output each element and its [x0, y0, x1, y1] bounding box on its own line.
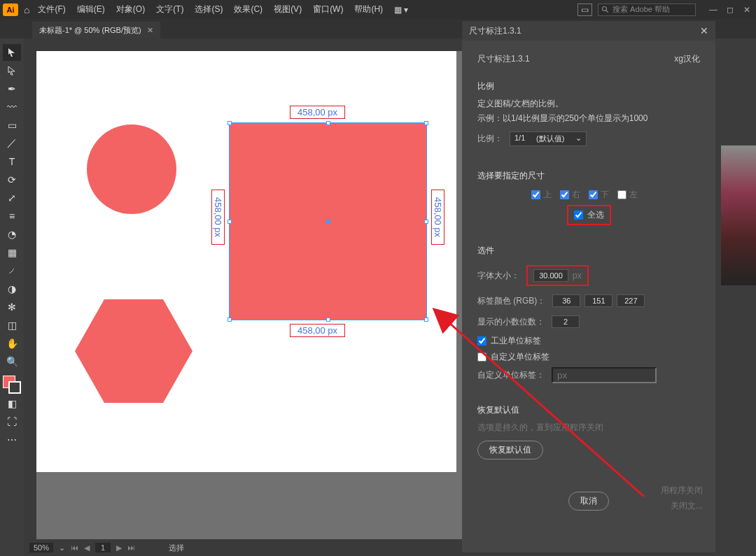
screen-mode-icon[interactable]: ⛶: [3, 413, 21, 430]
window-minimize[interactable]: —: [707, 5, 720, 15]
workspace-switcher-icon[interactable]: ▦ ▾: [394, 5, 408, 15]
chevron-down-icon: ⌄: [575, 134, 582, 144]
ruler-vertical: [24, 38, 36, 556]
menu-effect[interactable]: 效果(C): [234, 3, 262, 15]
search-icon: [601, 6, 610, 14]
menu-window[interactable]: 窗口(W): [313, 3, 343, 15]
edit-toolbar-icon[interactable]: ⋯: [3, 432, 21, 448]
width-tool[interactable]: ≡: [3, 208, 21, 224]
nav-prev-icon[interactable]: ◀: [84, 543, 90, 553]
shape-hexagon[interactable]: [75, 299, 192, 403]
select-all-label: 全选: [587, 209, 604, 221]
dim-right: 458,00 px: [431, 190, 444, 245]
menu-type[interactable]: 文字(T): [156, 3, 183, 15]
menu-object[interactable]: 对象(O): [116, 3, 145, 15]
nav-last-icon[interactable]: ⏭: [127, 543, 135, 552]
dim-left: 458,00 px: [211, 190, 225, 245]
menu-view[interactable]: 视图(V): [274, 3, 302, 15]
zoom-chevron-icon[interactable]: ⌄: [59, 543, 65, 553]
shape-circle[interactable]: [87, 124, 176, 214]
font-size-input[interactable]: [533, 269, 568, 282]
handle-tr[interactable]: [424, 121, 428, 125]
zoom-tool[interactable]: 🔍: [3, 353, 21, 370]
cancel-button[interactable]: 取消: [568, 492, 609, 511]
proportion-desc1: 定义图稿/文档的比例。: [477, 98, 700, 110]
rgb-r-input[interactable]: [552, 294, 580, 307]
rgb-b-input[interactable]: [617, 294, 645, 307]
font-size-highlight: px: [526, 265, 589, 286]
ghost-text-1: 用程序关闭: [661, 485, 703, 497]
select-all-highlight: 全选: [567, 205, 611, 225]
select-dim-heading: 选择要指定的尺寸: [477, 170, 700, 182]
help-search[interactable]: 搜索 Adobe 帮助: [598, 3, 696, 16]
handle-b[interactable]: [326, 318, 330, 322]
arrange-icon[interactable]: ▭: [578, 3, 592, 16]
nav-first-icon[interactable]: ⏮: [71, 543, 78, 552]
rotate-tool[interactable]: ⟳: [3, 171, 21, 188]
handle-br[interactable]: [424, 318, 428, 322]
eyedropper-tool[interactable]: ⟋: [3, 262, 21, 279]
blend-tool[interactable]: ◑: [3, 280, 21, 297]
ghost-text-2: 关闭文...: [671, 500, 703, 512]
menu-file[interactable]: 文件(F): [38, 3, 65, 15]
handle-l[interactable]: [227, 220, 232, 224]
stroke-swatch[interactable]: [8, 381, 21, 394]
nav-next-icon[interactable]: ▶: [116, 543, 122, 553]
tools-panel: ✒ 〰 ▭ ／ T ⟳ ⤢ ≡ ◔ ▦ ⟋ ◑ ✻ ◫ ✋ 🔍 ◧ ⛶ ⋯: [0, 38, 24, 556]
custom-unit-input[interactable]: [552, 367, 657, 383]
scale-tool[interactable]: ⤢: [3, 190, 21, 206]
proportion-dropdown[interactable]: 1/1 (默认值) ⌄: [510, 131, 587, 146]
document-tab[interactable]: 未标题-1* @ 50% (RGB/预览) ✕: [32, 22, 160, 38]
pen-tool[interactable]: ✒: [3, 80, 21, 97]
restore-defaults-button[interactable]: 恢复默认值: [477, 441, 543, 459]
draw-mode-icon[interactable]: ◧: [3, 395, 21, 412]
side-right-checkbox[interactable]: 右: [560, 189, 580, 201]
menu-bar: Ai ⌂ 文件(F) 编辑(E) 对象(O) 文字(T) 选择(S) 效果(C)…: [0, 0, 756, 19]
dialog-titlebar[interactable]: 尺寸标注1.3.1 ✕: [462, 21, 715, 41]
curvature-tool[interactable]: 〰: [3, 99, 21, 115]
dialog-title: 尺寸标注1.3.1: [469, 25, 522, 37]
selection-tool[interactable]: [3, 44, 21, 61]
dialog-credit: xg汉化: [674, 53, 700, 65]
direct-selection-tool[interactable]: [3, 62, 21, 79]
custom-unit-checkbox[interactable]: [477, 352, 486, 362]
window-close[interactable]: ✕: [741, 5, 753, 15]
select-all-checkbox[interactable]: [574, 211, 583, 220]
industry-unit-checkbox[interactable]: [477, 336, 486, 345]
handle-bl[interactable]: [227, 318, 232, 322]
menu-edit[interactable]: 编辑(E): [77, 3, 105, 15]
right-panels-strip[interactable]: [714, 38, 756, 556]
hand-tool[interactable]: ✋: [3, 335, 21, 352]
artboard[interactable]: 458,00 px 458,00 px 458,00 px 458,00 px: [36, 51, 456, 472]
symbol-sprayer-tool[interactable]: ✻: [3, 299, 21, 315]
menu-help[interactable]: 帮助(H): [354, 3, 383, 15]
shape-builder-tool[interactable]: ◔: [3, 226, 21, 243]
color-picker-panel[interactable]: [721, 145, 756, 285]
handle-t[interactable]: [326, 121, 330, 125]
handle-r[interactable]: [424, 220, 428, 224]
dialog-subtitle: 尺寸标注1.3.1: [477, 53, 530, 65]
decimals-label: 显示的小数位数：: [477, 316, 545, 328]
close-icon[interactable]: ✕: [147, 26, 153, 35]
zoom-level[interactable]: 50%: [29, 543, 53, 553]
paintbrush-tool[interactable]: ／: [3, 135, 21, 152]
options-heading: 选件: [477, 245, 700, 257]
artboard-tool[interactable]: ◫: [3, 317, 21, 334]
side-bottom-checkbox[interactable]: 下: [589, 189, 609, 201]
home-icon[interactable]: ⌂: [24, 4, 29, 15]
handle-tl[interactable]: [227, 121, 232, 125]
artboard-number[interactable]: 1: [95, 543, 111, 553]
side-left-checkbox[interactable]: 左: [617, 189, 638, 201]
rgb-g-input[interactable]: [584, 294, 612, 307]
side-top-checkbox[interactable]: 上: [531, 189, 552, 201]
rectangle-tool[interactable]: ▭: [3, 117, 21, 134]
dialog-close-icon[interactable]: ✕: [700, 25, 708, 36]
window-maximize[interactable]: ◻: [724, 5, 736, 15]
type-tool[interactable]: T: [3, 153, 21, 170]
gradient-tool[interactable]: ▦: [3, 244, 21, 261]
decimals-input[interactable]: [552, 315, 580, 328]
fill-stroke-swatch[interactable]: [3, 376, 21, 394]
svg-line-1: [606, 10, 608, 12]
shape-rectangle-selected[interactable]: [229, 122, 427, 320]
menu-select[interactable]: 选择(S): [195, 3, 223, 15]
